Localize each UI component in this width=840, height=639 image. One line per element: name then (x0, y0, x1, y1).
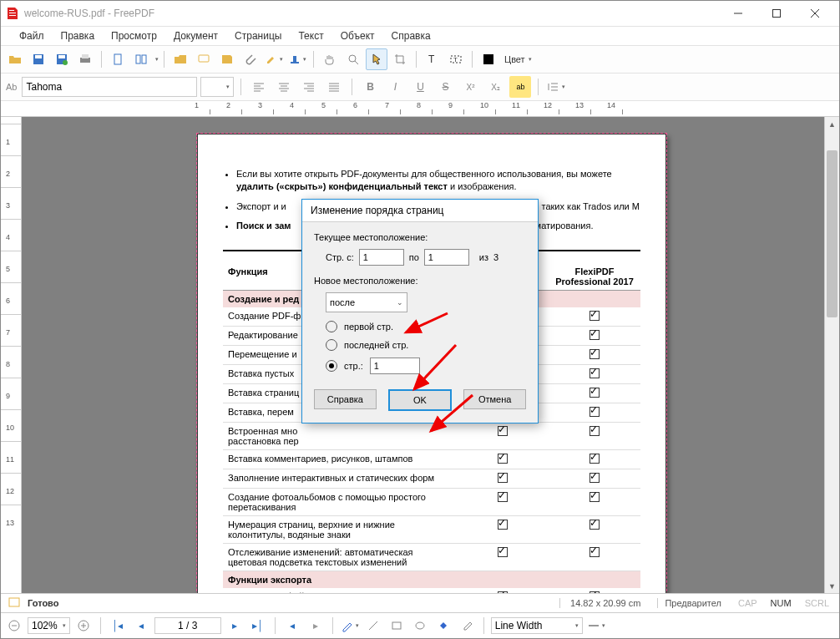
dialog-cancel-button[interactable]: Отмена (463, 389, 526, 409)
align-justify-button[interactable] (323, 76, 345, 98)
page-indicator[interactable]: 1 / 3 (154, 617, 221, 634)
select-tool-button[interactable] (366, 48, 387, 70)
align-left-button[interactable] (248, 76, 270, 98)
font-family-combo[interactable]: Tahoma (22, 77, 197, 97)
comment-button[interactable] (193, 48, 215, 70)
nav-back-button[interactable]: ◂ (282, 616, 302, 636)
zoom-in-button[interactable] (73, 616, 94, 636)
table-row: Встроенная мнорасстановка пер (223, 422, 640, 449)
last-page-button[interactable]: ▸│ (248, 616, 268, 636)
folder-button[interactable] (170, 48, 191, 70)
menu-edit[interactable]: Правка (53, 28, 104, 44)
format-toolbar: Ab Tahoma ▾ B I U S X² X₂ ab ▾ (1, 74, 839, 101)
svg-point-5 (63, 60, 68, 65)
text-box-button[interactable]: T (445, 48, 467, 70)
subscript-button[interactable]: X₂ (484, 76, 506, 98)
main-toolbar: ▾ ▾ ▾ T T Цвет ▾ (1, 46, 839, 74)
radio-last-label: последней стр. (344, 340, 408, 350)
font-icon: Ab (6, 82, 17, 92)
italic-button[interactable]: I (384, 76, 406, 98)
minimize-button[interactable] (719, 1, 757, 26)
crop-tool-button[interactable] (389, 48, 411, 70)
single-page-button[interactable] (107, 48, 129, 70)
horizontal-ruler: /*populated below*/ 1234567891011121314 (1, 101, 839, 117)
hand-tool-button[interactable] (319, 48, 341, 70)
underline-button[interactable]: U (409, 76, 431, 98)
save-button[interactable] (28, 48, 49, 70)
save-as-button[interactable] (51, 48, 73, 70)
close-button[interactable] (796, 1, 834, 26)
print-button[interactable] (74, 48, 96, 70)
pen-tool-button[interactable]: ▾ (340, 616, 360, 636)
table-row: Экспорт PDF-файлов для редактирования в … (223, 588, 640, 593)
status-scrl: SCRL (802, 598, 832, 608)
line-spacing-button[interactable]: ▾ (545, 76, 567, 98)
radio-page-input[interactable] (370, 358, 420, 374)
note-button[interactable] (216, 48, 238, 70)
line-style-button[interactable]: ▾ (586, 616, 606, 636)
prev-page-button[interactable]: ◂ (131, 616, 151, 636)
position-select[interactable]: после⌄ (326, 292, 407, 312)
menu-view[interactable]: Просмотр (103, 28, 165, 44)
menu-file[interactable]: Файл (11, 28, 53, 44)
align-center-button[interactable] (273, 76, 295, 98)
vertical-ruler: 12345678910111213 (1, 117, 22, 593)
bold-button[interactable]: B (359, 76, 381, 98)
eyedropper-button[interactable] (457, 616, 477, 636)
font-size-combo[interactable]: ▾ (200, 77, 234, 97)
ellipse-tool-button[interactable] (410, 616, 430, 636)
menu-bar: Файл Правка Просмотр Документ Страницы Т… (1, 27, 839, 46)
svg-rect-9 (136, 55, 140, 63)
menu-text[interactable]: Текст (290, 28, 331, 44)
vertical-scrollbar[interactable]: ▲ ▼ (824, 117, 839, 593)
line-width-combo[interactable]: Line Width▾ (491, 617, 583, 634)
menu-object[interactable]: Объект (332, 28, 383, 44)
next-page-button[interactable]: ▸ (225, 616, 245, 636)
menu-document[interactable]: Документ (165, 28, 226, 44)
range-to-input[interactable] (424, 249, 469, 266)
status-preview[interactable]: Предварител (657, 598, 728, 608)
strike-button[interactable]: S (434, 76, 456, 98)
first-page-button[interactable]: │◂ (108, 616, 128, 636)
fill-tool-button[interactable] (433, 616, 453, 636)
svg-rect-11 (199, 55, 209, 62)
status-icon (8, 596, 21, 611)
dialog-ok-button[interactable]: OK (388, 389, 453, 411)
range-from-input[interactable] (359, 249, 404, 266)
radio-first-page[interactable] (326, 321, 337, 332)
line-tool-button[interactable] (363, 616, 383, 636)
zoom-combo[interactable]: 102%▾ (28, 617, 70, 634)
maximize-button[interactable] (757, 1, 796, 26)
menu-help[interactable]: Справка (383, 28, 439, 44)
attach-button[interactable] (240, 48, 261, 70)
reorder-pages-dialog: Изменение порядка страниц Текущее местоп… (301, 199, 539, 423)
range-of-label: из (479, 252, 488, 262)
radio-last-page[interactable] (326, 339, 337, 351)
table-row: Вставка комментариев, рисунков, штампов (223, 449, 640, 469)
app-logo-icon (6, 7, 19, 20)
range-to-label: по (409, 252, 419, 262)
svg-rect-7 (82, 54, 89, 58)
rect-tool-button[interactable] (387, 616, 407, 636)
text-highlight-button[interactable]: ab (509, 76, 531, 98)
color-picker-button[interactable] (478, 48, 499, 70)
zoom-out-button[interactable] (4, 616, 24, 636)
superscript-button[interactable]: X² (459, 76, 481, 98)
new-location-label: Новое местоположение: (314, 276, 526, 286)
radio-page-label: стр.: (344, 361, 363, 371)
range-total: 3 (493, 252, 498, 262)
dialog-help-button[interactable]: Справка (314, 389, 377, 409)
double-page-button[interactable] (130, 48, 152, 70)
radio-first-label: первой стр. (344, 322, 393, 332)
highlight-button[interactable]: ▾ (263, 48, 285, 70)
menu-pages[interactable]: Страницы (226, 28, 290, 44)
stamp-button[interactable]: ▾ (286, 48, 308, 70)
radio-page-number[interactable] (326, 360, 337, 372)
svg-rect-24 (392, 622, 401, 629)
open-button[interactable] (4, 48, 26, 70)
align-right-button[interactable] (298, 76, 320, 98)
zoom-tool-button[interactable] (342, 48, 364, 70)
nav-forward-button[interactable]: ▸ (306, 616, 326, 636)
scrollbar-thumb[interactable] (827, 150, 837, 317)
text-tool-button[interactable]: T (422, 48, 443, 70)
